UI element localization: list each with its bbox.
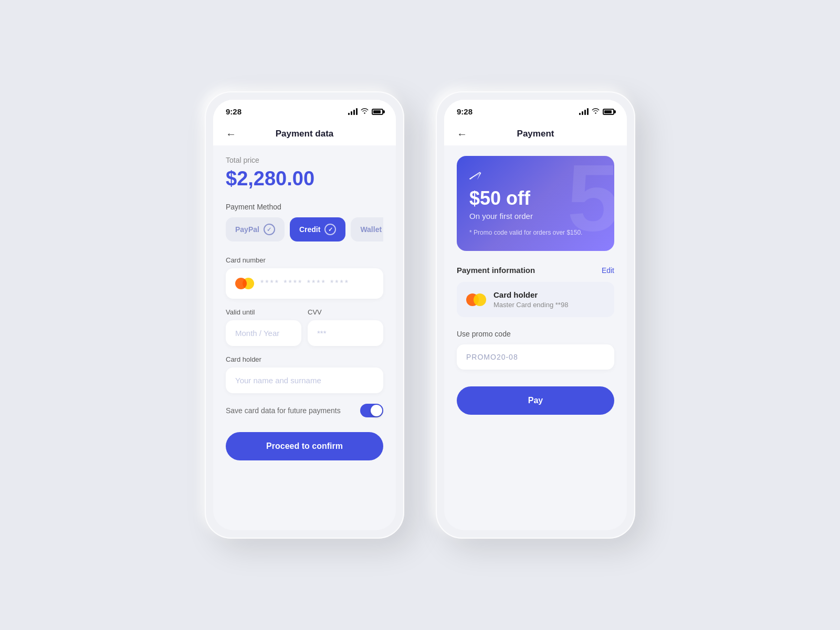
promo-card: 5 $50 off On your first order * Promo co… xyxy=(457,156,614,251)
status-icons-1 xyxy=(348,108,383,116)
card-number-group: Card number **** **** **** **** xyxy=(226,256,383,299)
valid-until-label: Valid until xyxy=(226,308,301,316)
promo-code-label: Use promo code xyxy=(457,330,614,338)
scroll-area-2: 5 $50 off On your first order * Promo co… xyxy=(444,145,627,430)
nike-logo xyxy=(469,171,602,182)
cvv-input[interactable] xyxy=(317,329,374,338)
payment-methods: PayPal ✓ Credit ✓ Wallet ✓ xyxy=(226,217,383,242)
battery-icon xyxy=(372,109,383,115)
wifi-icon-2 xyxy=(592,108,600,116)
save-card-label: Save card data for future payments xyxy=(226,406,341,415)
promo-subtitle: On your first order xyxy=(469,212,602,220)
signal-icon-2 xyxy=(579,109,589,115)
card-holder-input[interactable] xyxy=(235,376,374,385)
promo-discount: $50 off xyxy=(469,187,602,209)
total-label: Total price xyxy=(226,156,383,164)
signal-icon xyxy=(348,109,358,115)
save-card-toggle[interactable] xyxy=(360,404,383,417)
promo-fine-print: * Promo code valid for orders over $150. xyxy=(469,229,602,236)
card-number-stars: **** **** **** **** xyxy=(260,279,350,288)
promo-code-input[interactable]: PROMO20-08 xyxy=(457,344,614,370)
scroll-area-1: Total price $2,280.00 Payment Method Pay… xyxy=(213,145,396,476)
valid-until-group: Valid until xyxy=(226,308,301,346)
back-button-1[interactable]: ← xyxy=(226,128,236,140)
page-title-1: Payment data xyxy=(276,129,334,139)
wifi-icon xyxy=(361,108,369,116)
card-number-field[interactable]: **** **** **** **** xyxy=(226,268,383,299)
payment-info-header: Payment information Edit xyxy=(457,266,614,275)
method-credit[interactable]: Credit ✓ xyxy=(290,217,345,242)
card-holder-field[interactable] xyxy=(226,368,383,393)
battery-icon-2 xyxy=(603,109,614,115)
status-icons-2 xyxy=(579,108,614,116)
nav-header-2: ← Payment xyxy=(444,120,627,145)
status-time-2: 9:28 xyxy=(457,107,472,116)
page-title-2: Payment xyxy=(517,129,554,139)
pay-button[interactable]: Pay xyxy=(457,386,614,415)
status-bar-1: 9:28 xyxy=(213,100,396,120)
method-paypal[interactable]: PayPal ✓ xyxy=(226,217,285,242)
paypal-check-icon: ✓ xyxy=(264,224,275,235)
card-info-row: Card holder Master Card ending **98 xyxy=(457,282,614,317)
valid-until-input[interactable] xyxy=(235,329,292,338)
card-holder-name: Card holder xyxy=(494,290,568,299)
total-amount: $2,280.00 xyxy=(226,167,383,190)
card-number-label: Card number xyxy=(226,256,383,264)
credit-check-icon: ✓ xyxy=(324,224,336,235)
back-button-2[interactable]: ← xyxy=(457,128,467,140)
edit-button[interactable]: Edit xyxy=(602,266,614,275)
nav-header-1: ← Payment data xyxy=(213,120,396,145)
mastercard-icon-2 xyxy=(466,292,486,307)
toggle-knob xyxy=(371,405,382,416)
cvv-group: CVV xyxy=(308,308,383,346)
phone-1: 9:28 xyxy=(205,91,404,539)
card-holder-label: Card holder xyxy=(226,355,383,363)
valid-until-field[interactable] xyxy=(226,320,301,346)
status-bar-2: 9:28 xyxy=(444,100,627,120)
card-holder-group: Card holder xyxy=(226,355,383,393)
cvv-label: CVV xyxy=(308,308,383,316)
split-inputs: Valid until CVV xyxy=(226,308,383,355)
payment-method-label: Payment Method xyxy=(226,203,383,211)
status-time-1: 9:28 xyxy=(226,107,242,116)
cvv-field[interactable] xyxy=(308,320,383,346)
proceed-button[interactable]: Proceed to confirm xyxy=(226,432,383,460)
payment-info-title: Payment information xyxy=(457,266,535,275)
card-info-text: Card holder Master Card ending **98 xyxy=(494,290,568,309)
mastercard-icon xyxy=(235,277,254,290)
phone-2: 9:28 xyxy=(436,91,635,539)
save-card-row: Save card data for future payments xyxy=(226,404,383,417)
method-wallet[interactable]: Wallet ✓ xyxy=(351,217,383,242)
card-ending: Master Card ending **98 xyxy=(494,301,568,309)
